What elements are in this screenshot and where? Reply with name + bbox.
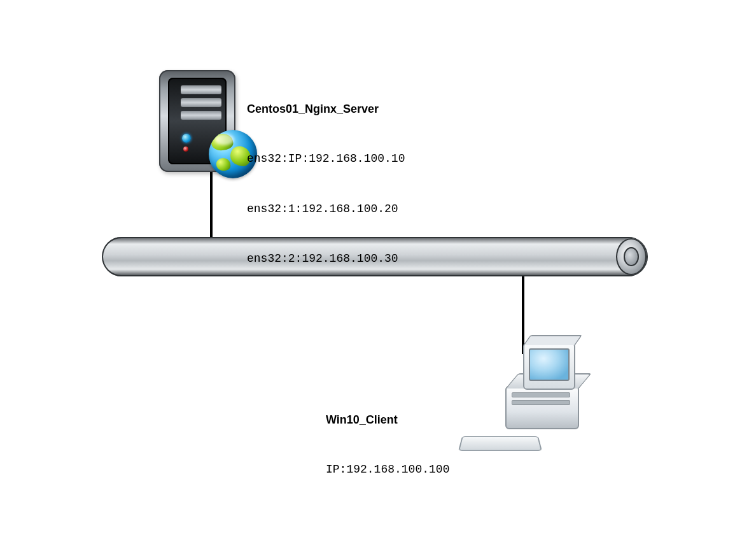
server-title: Centos01_Nginx_Server: [247, 101, 405, 117]
client-node-icon: [465, 349, 579, 451]
server-interface-1: ens32:IP:192.168.100.10: [247, 150, 405, 167]
network-bus-end-cap: [616, 238, 647, 275]
server-label-block: Centos01_Nginx_Server ens32:IP:192.168.1…: [247, 68, 405, 300]
link-bus-to-client: [522, 273, 524, 354]
server-interface-3: ens32:2:192.168.100.30: [247, 250, 405, 267]
client-label-block: Win10_Client IP:192.168.100.100: [326, 378, 449, 511]
server-interface-2: ens32:1:192.168.100.20: [247, 201, 405, 217]
server-node-icon: [159, 64, 235, 178]
network-diagram: Centos01_Nginx_Server ens32:IP:192.168.1…: [0, 0, 756, 535]
link-server-to-bus: [210, 172, 213, 241]
client-ip: IP:192.168.100.100: [326, 461, 449, 478]
client-title: Win10_Client: [326, 411, 449, 428]
